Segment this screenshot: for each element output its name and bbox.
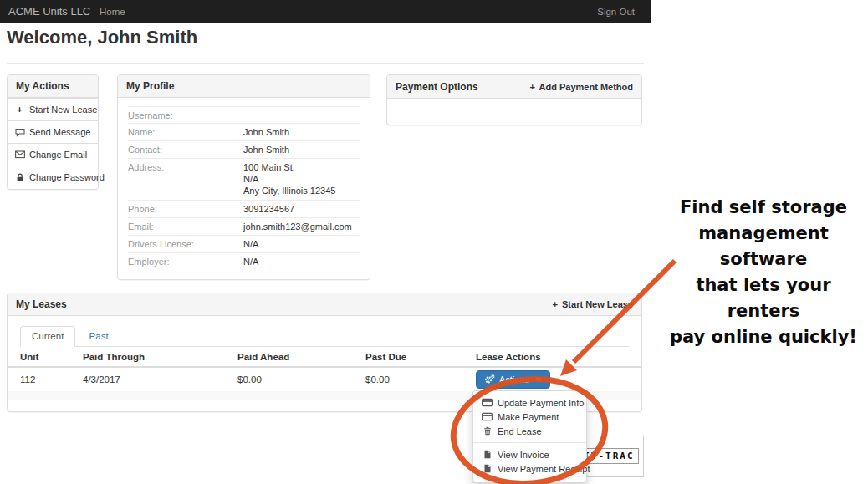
payment-options-title: Payment Options	[396, 76, 478, 98]
my-actions-panel: My Actions + Start New Lease Send Messag…	[7, 74, 99, 190]
credit-card-icon	[482, 398, 493, 407]
profile-row-phone: Phone: 3091234567	[128, 201, 360, 218]
menu-item-end-lease[interactable]: End Lease	[473, 424, 586, 438]
annotation-line-1: Find self storage	[659, 195, 868, 221]
cogs-icon	[484, 374, 495, 385]
brand-link[interactable]: ACME Units LLC	[8, 5, 90, 18]
email-value: john.smith123@gmail.com	[243, 222, 352, 232]
start-new-lease-button[interactable]: + Start New Lease	[8, 98, 98, 120]
page-title: Welcome, John Smith	[7, 27, 197, 48]
annotation-line-3: that lets your renters	[659, 273, 868, 324]
phone-value: 3091234567	[243, 204, 294, 215]
leases-table-header-row: Unit Paid Through Paid Ahead Past Due Le…	[8, 347, 641, 367]
view-invoice-label: View Invoice	[498, 450, 549, 460]
my-profile-body: Username: Name: John Smith Contact: John…	[118, 98, 370, 270]
lease-actions-label: Actions	[499, 374, 529, 385]
name-label: Name:	[128, 127, 243, 138]
lease-past-due: $0.00	[365, 367, 476, 391]
tab-current[interactable]: Current	[20, 326, 75, 347]
username-label: Username:	[128, 110, 243, 120]
my-actions-title: My Actions	[16, 75, 69, 97]
my-leases-title: My Leases	[16, 293, 67, 315]
change-email-label: Change Email	[29, 144, 87, 166]
col-past-due: Past Due	[365, 347, 476, 367]
address-label: Address:	[128, 162, 243, 197]
menu-item-make-payment[interactable]: Make Payment	[473, 410, 586, 424]
col-lease-actions: Lease Actions	[476, 347, 641, 367]
start-new-lease-header-button[interactable]: + Start New Lease	[553, 293, 633, 315]
annotation-line-2: management software	[659, 221, 868, 273]
profile-row-address: Address: 100 Main St. N/A Any City, Illi…	[128, 159, 360, 201]
nav-home-link[interactable]: Home	[100, 7, 125, 17]
my-actions-header: My Actions	[8, 75, 98, 98]
plus-icon: +	[553, 299, 558, 309]
change-password-label: Change Password	[29, 166, 105, 188]
lease-actions-button[interactable]: Actions	[476, 370, 550, 389]
tab-past[interactable]: Past	[79, 327, 120, 346]
send-message-label: Send Message	[29, 121, 90, 143]
phone-label: Phone:	[128, 204, 243, 215]
trash-icon	[482, 426, 493, 436]
profile-row-employer: Employer: N/A	[128, 253, 360, 270]
lease-unit: 112	[8, 367, 83, 391]
menu-item-update-payment-info[interactable]: Update Payment Info	[473, 395, 586, 410]
marketing-annotation: Find self storage management software th…	[659, 195, 868, 350]
plus-icon: +	[14, 99, 25, 120]
address-line3: Any City, Illinois 12345	[243, 186, 335, 196]
my-profile-header: My Profile	[118, 75, 370, 98]
make-payment-label: Make Payment	[498, 412, 559, 422]
name-value: John Smith	[243, 127, 289, 138]
file-icon	[482, 450, 493, 459]
address-line2: N/A	[243, 174, 335, 185]
comment-icon	[14, 128, 25, 137]
my-profile-title: My Profile	[126, 75, 174, 97]
lease-paid-through: 4/3/2017	[83, 367, 237, 391]
lock-icon	[14, 173, 25, 182]
file-icon	[482, 464, 493, 473]
profile-row-name: Name: John Smith	[128, 124, 360, 141]
address-line1: 100 Main St.	[243, 162, 335, 173]
my-leases-header: My Leases + Start New Lease	[8, 293, 641, 316]
profile-row-username: Username:	[128, 107, 360, 124]
contact-value: John Smith	[243, 145, 289, 155]
profile-row-email: Email: john.smith123@gmail.com	[128, 218, 360, 236]
lease-paid-ahead: $0.00	[237, 367, 365, 391]
payment-options-header: Payment Options + Add Payment Method	[387, 75, 641, 99]
sign-out-link[interactable]: Sign Out	[597, 7, 635, 17]
menu-item-view-payment-receipt[interactable]: View Payment Receipt	[473, 461, 586, 476]
lease-actions-dropdown: Update Payment Info Make Payment End Lea…	[472, 390, 587, 483]
top-navbar: ACME Units LLC Home Sign Out	[0, 0, 651, 23]
profile-row-contact: Contact: John Smith	[128, 141, 360, 159]
start-new-lease-label: Start New Lease	[29, 99, 97, 120]
change-password-button[interactable]: Change Password	[8, 166, 98, 188]
email-label: Email:	[128, 222, 243, 232]
add-payment-method-label: Add Payment Method	[539, 82, 633, 92]
change-email-button[interactable]: Change Email	[8, 143, 98, 166]
credit-card-icon	[482, 412, 493, 421]
my-profile-panel: My Profile Username: Name: John Smith Co…	[117, 74, 370, 280]
send-message-button[interactable]: Send Message	[8, 120, 98, 143]
menu-item-view-invoice[interactable]: View Invoice	[473, 447, 586, 461]
add-payment-method-button[interactable]: + Add Payment Method	[529, 76, 633, 98]
caret-down-icon	[535, 378, 542, 381]
drivers-license-label: Drivers License:	[128, 239, 243, 250]
payment-options-panel: Payment Options + Add Payment Method	[386, 74, 642, 125]
drivers-license-value: N/A	[243, 239, 258, 250]
update-payment-info-label: Update Payment Info	[498, 398, 584, 408]
col-paid-through: Paid Through	[83, 347, 237, 367]
start-new-lease-header-label: Start New Lease	[562, 299, 633, 309]
end-lease-label: End Lease	[498, 426, 542, 436]
lease-row: 112 4/3/2017 $0.00 $0.00 Actions	[8, 367, 641, 391]
annotation-line-4: pay online quickly!	[659, 324, 868, 350]
employer-value: N/A	[243, 257, 258, 267]
view-payment-receipt-label: View Payment Receipt	[498, 464, 590, 474]
menu-divider	[473, 442, 586, 443]
envelope-icon	[14, 150, 25, 159]
profile-row-drivers-license: Drivers License: N/A	[128, 236, 360, 253]
contact-label: Contact:	[128, 145, 243, 155]
col-paid-ahead: Paid Ahead	[237, 347, 365, 367]
leases-table: Unit Paid Through Paid Ahead Past Due Le…	[8, 347, 641, 391]
heading-divider	[7, 63, 644, 64]
col-unit: Unit	[8, 347, 83, 367]
page: ACME Units LLC Home Sign Out Welcome, Jo…	[0, 0, 868, 484]
